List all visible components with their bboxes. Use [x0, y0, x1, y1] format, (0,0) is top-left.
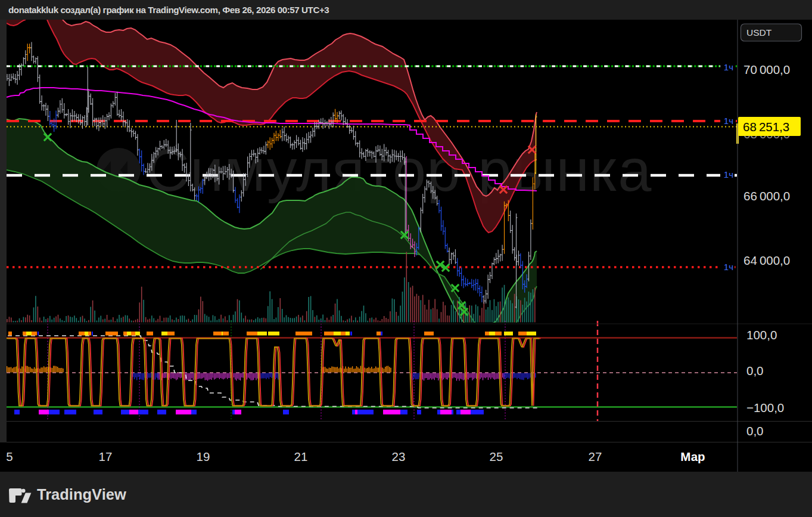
svg-text:USDT: USDT: [746, 27, 772, 38]
svg-text:17: 17: [99, 450, 113, 463]
svg-text:1ч: 1ч: [724, 169, 733, 179]
svg-text:1ч: 1ч: [724, 116, 733, 126]
svg-text:23: 23: [392, 450, 406, 463]
svg-text:19: 19: [197, 450, 210, 463]
svg-text:21: 21: [294, 450, 308, 463]
svg-text:1ч: 1ч: [724, 262, 733, 272]
svg-text:Мар: Мар: [680, 450, 705, 463]
svg-text:Симулятор рынка: Симулятор рынка: [146, 137, 652, 203]
svg-text:5: 5: [6, 450, 13, 463]
svg-text:70 000,0: 70 000,0: [743, 63, 790, 76]
svg-text:TradingView: TradingView: [37, 487, 126, 503]
svg-text:−100,0: −100,0: [746, 401, 784, 414]
svg-text:0,0: 0,0: [746, 424, 764, 438]
svg-text:68 251,3: 68 251,3: [743, 120, 789, 134]
svg-text:25: 25: [490, 450, 503, 463]
svg-text:66 000,0: 66 000,0: [743, 189, 790, 203]
svg-text:0,0: 0,0: [746, 364, 764, 377]
svg-text:1ч: 1ч: [724, 62, 733, 72]
svg-text:27: 27: [589, 450, 602, 463]
svg-text:64 000,0: 64 000,0: [743, 253, 790, 267]
svg-text:100,0: 100,0: [746, 328, 777, 342]
